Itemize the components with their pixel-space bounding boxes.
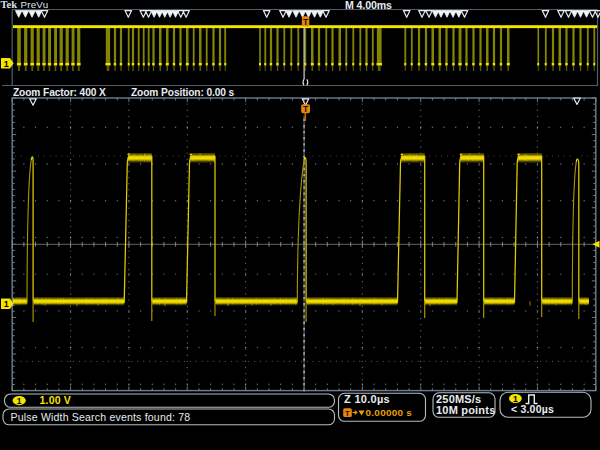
svg-text:T: T <box>345 409 350 418</box>
svg-text:1.00 V: 1.00 V <box>40 394 72 406</box>
svg-text:M 4.00ms: M 4.00ms <box>345 0 392 11</box>
svg-text:1: 1 <box>17 396 22 406</box>
svg-text:Z 10.0µs: Z 10.0µs <box>344 393 390 405</box>
svg-text:T: T <box>303 17 309 27</box>
svg-text:10M points: 10M points <box>436 404 495 416</box>
svg-text:1: 1 <box>4 59 9 69</box>
svg-text:1: 1 <box>4 299 9 309</box>
svg-text:Zoom Factor: 400 X: Zoom Factor: 400 X <box>13 87 106 98</box>
svg-text:T: T <box>303 104 309 114</box>
svg-text:Pulse Width Search events foun: Pulse Width Search events found: 78 <box>11 411 191 423</box>
svg-text:< 3.00µs: < 3.00µs <box>511 403 554 415</box>
svg-text:Zoom Position: 0.00 s: Zoom Position: 0.00 s <box>131 87 235 98</box>
svg-text:Tek: Tek <box>1 0 18 10</box>
svg-text:PreVu: PreVu <box>21 0 49 10</box>
svg-text:0.00000 s: 0.00000 s <box>366 407 413 418</box>
